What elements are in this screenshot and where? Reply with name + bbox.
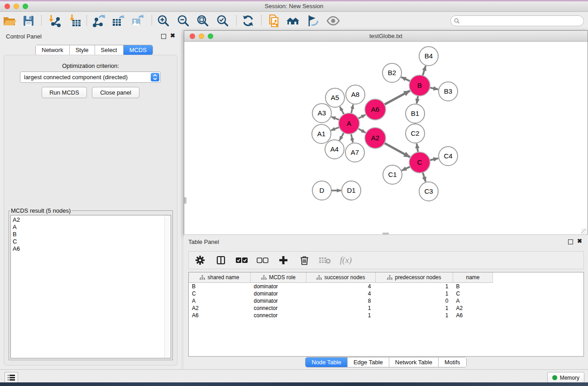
zoom-out-icon[interactable] xyxy=(176,13,191,29)
cell[interactable]: A6 xyxy=(453,312,493,319)
cell[interactable]: connector xyxy=(251,312,306,319)
delete-table-icon[interactable] xyxy=(319,254,331,266)
function-builder-icon[interactable]: f(x) xyxy=(340,254,352,266)
close-panel-icon[interactable]: ✖ xyxy=(170,32,175,39)
cell[interactable]: B xyxy=(189,283,251,291)
table-row[interactable]: Bdominator41B xyxy=(189,283,501,291)
table-row[interactable]: Adominator80A xyxy=(189,297,501,305)
graph-edge-C-C2[interactable] xyxy=(416,143,418,152)
network-from-file-icon[interactable] xyxy=(266,13,282,29)
graph-edge-B-B3[interactable] xyxy=(430,88,438,90)
mcds-result-item[interactable]: B xyxy=(13,231,171,238)
export-image-icon[interactable] xyxy=(130,13,145,29)
cell[interactable]: dominator xyxy=(251,283,306,291)
graph-edge-A-A5[interactable] xyxy=(340,107,344,114)
add-column-icon[interactable] xyxy=(277,254,289,266)
close-table-panel-icon[interactable]: ✖ xyxy=(577,238,582,244)
export-network-icon[interactable] xyxy=(91,13,106,29)
tab-network[interactable]: Network xyxy=(36,45,70,55)
cell[interactable]: B xyxy=(453,283,493,291)
tab-network-table[interactable]: Network Table xyxy=(389,357,439,367)
table-row[interactable]: A2connector11A2 xyxy=(189,305,501,312)
vertical-scroll-thumb[interactable] xyxy=(184,197,186,204)
graph-edge-A-A3[interactable] xyxy=(331,117,339,120)
zoom-fit-icon[interactable] xyxy=(195,13,210,29)
cell[interactable]: 1 xyxy=(376,283,453,291)
delete-column-icon[interactable] xyxy=(298,254,310,266)
graph-edge-C-C1[interactable] xyxy=(402,167,411,170)
hide-graphics-details-icon[interactable] xyxy=(305,13,320,29)
cell[interactable]: 1 xyxy=(306,305,376,312)
column-header-successor-nodes[interactable]: successor nodes xyxy=(306,272,376,283)
import-network-icon[interactable] xyxy=(47,13,62,29)
graph-edge-A-A8[interactable] xyxy=(351,105,353,114)
cell[interactable]: 1 xyxy=(376,305,453,312)
memory-button[interactable]: Memory xyxy=(547,372,584,383)
cell[interactable]: A xyxy=(453,297,493,305)
tab-select[interactable]: Select xyxy=(95,45,124,55)
import-table-icon[interactable] xyxy=(67,13,83,29)
cell[interactable]: dominator xyxy=(251,290,306,297)
node-table[interactable]: shared nameMCDS rolesuccessor nodesprede… xyxy=(188,272,584,357)
settings-icon[interactable] xyxy=(194,254,206,266)
cell[interactable]: dominator xyxy=(251,297,306,305)
tab-edge-table[interactable]: Edge Table xyxy=(348,357,389,367)
cell[interactable]: connector xyxy=(251,305,306,312)
tab-mcds[interactable]: MCDS xyxy=(124,45,153,55)
result-scrollbar[interactable] xyxy=(164,215,171,358)
graph-edge-A2-C[interactable] xyxy=(384,143,410,157)
column-header-predecessor-nodes[interactable]: predecessor nodes xyxy=(376,272,453,283)
deselect-all-icon[interactable] xyxy=(257,254,268,266)
export-table-icon[interactable] xyxy=(110,13,126,29)
show-graphics-details-icon[interactable] xyxy=(325,13,341,29)
cell[interactable]: A6 xyxy=(189,312,251,319)
task-history-button[interactable] xyxy=(5,372,18,383)
resize-grip[interactable] xyxy=(581,229,587,234)
zoom-selected-icon[interactable] xyxy=(215,13,230,29)
cell[interactable]: 4 xyxy=(306,283,376,291)
column-header-name[interactable]: name xyxy=(453,272,493,283)
refresh-view-icon[interactable] xyxy=(240,13,256,29)
graph-edge-C-C3[interactable] xyxy=(423,172,425,182)
mcds-result-item[interactable]: C xyxy=(13,238,171,245)
cell[interactable]: A2 xyxy=(189,305,251,312)
graph-edge-B-B4[interactable] xyxy=(423,66,426,76)
column-header-mcds-role[interactable]: MCDS role xyxy=(251,272,306,283)
graph-edge-B-B2[interactable] xyxy=(401,77,410,81)
mcds-result-item[interactable]: A6 xyxy=(13,245,171,253)
split-view-icon[interactable] xyxy=(215,254,227,266)
home-layout-icon[interactable] xyxy=(285,13,301,29)
cell[interactable]: C xyxy=(189,290,251,297)
cell[interactable]: 8 xyxy=(306,297,376,305)
graph-edge-A-A4[interactable] xyxy=(339,133,344,140)
search-input[interactable] xyxy=(460,17,583,25)
cell[interactable]: 0 xyxy=(376,297,453,305)
graph-edge-A-A7[interactable] xyxy=(351,134,353,143)
graph-edge-A-A6[interactable] xyxy=(358,115,365,119)
cell[interactable]: 4 xyxy=(306,290,376,297)
criterion-select[interactable]: largest connected component (directed) xyxy=(20,71,161,83)
tab-node-table[interactable]: Node Table xyxy=(306,357,348,367)
table-row[interactable]: Cdominator41C xyxy=(189,290,501,297)
table-row[interactable]: A6connector11A6 xyxy=(189,312,501,319)
close-panel-button[interactable]: Close panel xyxy=(92,87,139,98)
cell[interactable]: A xyxy=(189,297,251,305)
mcds-result-list[interactable]: A2ABCA6 xyxy=(10,215,171,358)
graph-edge-A-A2[interactable] xyxy=(358,129,365,133)
tab-style[interactable]: Style xyxy=(70,45,95,55)
graph-edge-B-B1[interactable] xyxy=(417,96,418,104)
save-session-icon[interactable] xyxy=(21,13,36,29)
select-all-icon[interactable] xyxy=(236,254,248,266)
zoom-in-icon[interactable] xyxy=(156,13,171,29)
float-panel-icon[interactable] xyxy=(161,34,166,39)
run-mcds-button[interactable]: Run MCDS xyxy=(42,87,87,98)
graph-edge-A6-B[interactable] xyxy=(384,91,410,105)
network-canvas[interactable]: B4B2BB3A8A5A6A3B1AA1C2A2A4A7C4CC1DD1C3 xyxy=(184,42,588,235)
mcds-result-item[interactable]: A xyxy=(13,224,171,231)
cell[interactable]: 1 xyxy=(306,312,376,319)
cell[interactable]: A2 xyxy=(453,305,493,312)
graph-edge-A-A1[interactable] xyxy=(331,127,339,130)
cell[interactable]: C xyxy=(453,290,493,297)
cell[interactable]: 1 xyxy=(376,312,453,319)
open-file-icon[interactable] xyxy=(1,13,17,29)
